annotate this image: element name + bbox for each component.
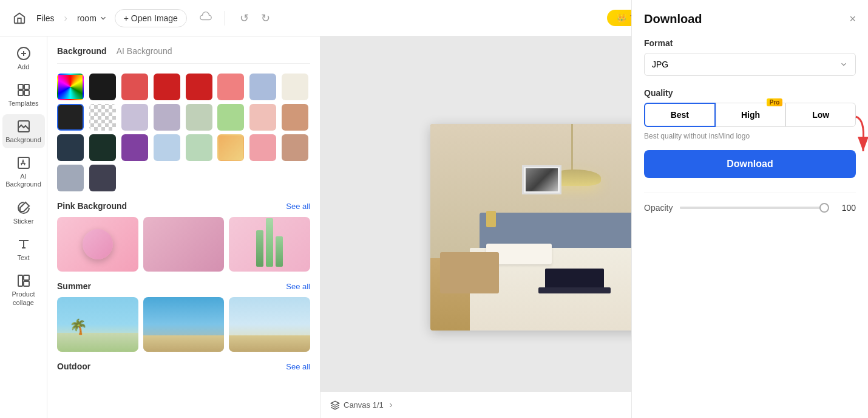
color-swatch-charcoal[interactable] [89,165,116,191]
sidebar-item-product-collage[interactable]: Product collage [2,269,45,311]
summer-see-all[interactable]: See all [286,282,310,291]
svg-rect-8 [18,275,22,286]
color-swatch-red2[interactable] [154,74,180,100]
wall-lamp-left [486,211,496,227]
summer-item-3[interactable] [229,297,310,352]
outdoor-see-all[interactable]: See all [286,362,310,371]
color-swatch-rose[interactable] [249,134,276,161]
layers-icon [330,400,340,410]
color-swatch-mocha[interactable] [282,134,308,161]
pink-bg-item-3[interactable] [229,217,310,272]
summer-item-2[interactable] [143,297,225,352]
color-swatch-tan[interactable] [282,104,308,131]
color-swatch-orange-grad[interactable] [217,134,244,161]
canvas-label: Canvas 1/1 [344,400,384,409]
color-swatch-purple[interactable] [121,134,148,161]
pink-background-grid [57,217,310,272]
pink-background-see-all[interactable]: See all [286,202,310,211]
layers-button[interactable]: Canvas 1/1 [330,400,395,410]
pro-badge: Pro [767,98,783,106]
sidebar-item-templates[interactable]: Templates [2,78,45,112]
color-swatch-black[interactable] [89,74,116,100]
download-panel-title: Download [644,12,702,26]
sidebar-item-sticker[interactable]: Sticker [2,196,45,230]
color-swatch-mauve[interactable] [154,104,180,131]
color-swatch-rainbow[interactable] [57,74,84,100]
pink-background-title: Pink Background [57,201,127,211]
tab-ai-background[interactable]: AI Background [117,46,172,58]
main-layout: Add Templates Background AI Background [0,36,868,418]
wall-picture [522,165,561,194]
color-swatch-darkgray[interactable] [57,104,84,131]
quality-high-button[interactable]: High Pro [716,103,786,127]
sidebar-item-ai-background[interactable]: AI Background [2,151,45,193]
download-action-button[interactable]: Download [644,150,856,178]
format-select[interactable]: JPG [644,53,856,76]
pink-bg-item-2[interactable] [143,217,225,272]
undo-icon[interactable]: ↺ [237,9,251,27]
lamp-wire [571,124,573,176]
color-swatch-green[interactable] [217,104,244,131]
plus-circle-icon [16,46,31,61]
quality-best-button[interactable]: Best [644,103,716,127]
quality-options: Best High Pro Low [644,103,856,127]
room-dropdown[interactable]: room [77,13,107,23]
color-swatch-lavender[interactable] [121,104,148,131]
quality-hint: Best quality without insMind logo [644,132,856,140]
quality-low-button[interactable]: Low [785,103,856,127]
summer-item-1[interactable]: 🌴 [57,297,138,352]
color-swatch-skyblue[interactable] [154,134,180,161]
nav-divider [225,11,225,26]
files-label[interactable]: Files [36,13,55,23]
download-panel: Download × Format JPG Quality Best High … [631,0,868,418]
open-image-button[interactable]: + Open Image [115,9,187,27]
opacity-value: 100 [836,203,856,213]
color-swatch-cream[interactable] [282,74,308,100]
color-swatch-darkgreen[interactable] [89,134,116,161]
color-swatch-mint[interactable] [186,134,212,161]
slider-track [680,207,829,209]
opacity-thumb[interactable] [819,203,829,213]
redo-icon[interactable]: ↻ [259,9,273,27]
color-swatch-navy[interactable] [57,134,84,161]
pink-bg-item-1[interactable] [57,217,138,272]
quality-section: Quality Best High Pro Low Best quality w… [644,88,856,140]
opacity-slider[interactable] [680,207,829,209]
sidebar-item-sticker-label: Sticker [13,218,34,225]
home-icon[interactable] [10,9,29,28]
color-swatch-peach[interactable] [249,104,276,131]
sidebar-item-background[interactable]: Background [2,114,45,148]
sidebar-item-background-label: Background [5,136,41,143]
sidebar-item-templates-label: Templates [8,100,38,107]
svg-rect-3 [24,84,29,89]
nightstand [440,252,499,293]
download-panel-header: Download × [644,12,856,26]
svg-rect-4 [18,91,23,95]
color-grid [57,74,310,191]
download-panel-close[interactable]: × [849,13,856,26]
laptop-screen [545,269,604,289]
sidebar-item-text[interactable]: Text [2,232,45,266]
color-swatch-red1[interactable] [121,74,148,100]
color-swatch-lightblue[interactable] [249,74,276,100]
background-icon [16,119,31,134]
format-value: JPG [652,60,668,69]
ai-bg-icon [16,156,31,170]
sidebar-item-text-label: Text [17,254,29,261]
color-swatch-sage[interactable] [186,104,212,131]
tab-background[interactable]: Background [57,46,107,58]
color-swatch-red3[interactable] [186,74,212,100]
quality-high-label: High [741,110,760,120]
summer-grid: 🌴 [57,297,310,352]
color-swatch-transparent[interactable] [89,104,116,131]
svg-rect-9 [24,275,29,280]
color-swatch-pink1[interactable] [217,74,244,100]
outdoor-header: Outdoor See all [57,361,310,371]
cloud-icon[interactable] [199,10,212,26]
sidebar-item-add[interactable]: Add [2,41,45,75]
summer-title: Summer [57,281,91,291]
collage-icon [16,273,31,288]
color-swatch-slate[interactable] [57,165,84,191]
sidebar-item-add-label: Add [18,63,30,70]
chevron-right-icon [387,402,395,409]
